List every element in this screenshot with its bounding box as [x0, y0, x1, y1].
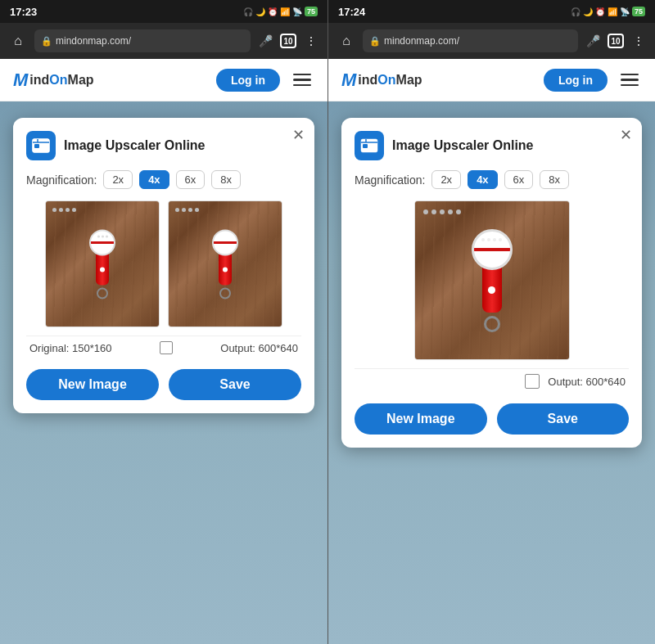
right-phone-panel: 17:24 🎧 🌙 ⏰ 📶 📡 75 ⌂ 🔒 mindonmap.com/ 🎤 …: [328, 0, 655, 644]
left-logo-text: indOnMap: [29, 73, 93, 88]
left-modal-header: Image Upscaler Online: [26, 131, 301, 160]
right-modal-card: ✕ Image Upscaler Online Magnification: 2…: [341, 118, 642, 448]
left-home-button[interactable]: ⌂: [7, 29, 29, 52]
left-mag-6x[interactable]: 6x: [176, 170, 206, 189]
right-status-icons: 🎧 🌙 ⏰ 📶 📡 75: [571, 7, 645, 16]
right-hamburger-line-2: [621, 79, 639, 81]
right-browser-bar: ⌂ 🔒 mindonmap.com/ 🎤 10 ⋮: [328, 23, 655, 59]
right-modal-header: Image Upscaler Online: [355, 131, 629, 160]
right-save-button[interactable]: Save: [497, 403, 630, 435]
right-action-row: New Image Save: [355, 403, 629, 435]
left-mag-4x[interactable]: 4x: [139, 170, 169, 189]
left-lock-icon: 🔒: [41, 36, 52, 47]
left-original-label: Original: 150*160: [29, 342, 111, 354]
left-status-icons: 🎧 🌙 ⏰ 📶 📡 75: [243, 7, 318, 16]
right-wood-bg: [415, 201, 569, 359]
right-hamburger-button[interactable]: [617, 70, 642, 90]
right-hamburger-line-1: [621, 74, 639, 76]
right-menu-button[interactable]: ⋮: [629, 31, 648, 51]
right-address-bar[interactable]: 🔒 mindonmap.com/: [363, 29, 578, 52]
right-info-row: Output: 600*640: [355, 368, 629, 394]
left-magnification-row: Magnification: 2x 4x 6x 8x: [26, 170, 301, 189]
right-headphone-icon: 🎧: [571, 7, 580, 16]
left-action-row: New Image Save: [26, 369, 301, 400]
left-modal-title: Image Upscaler Online: [64, 138, 206, 153]
left-tab-count[interactable]: 10: [280, 34, 296, 48]
left-close-button[interactable]: ✕: [292, 128, 305, 142]
right-close-button[interactable]: ✕: [620, 128, 632, 142]
right-address-text: mindonmap.com/: [384, 35, 459, 47]
right-login-button[interactable]: Log in: [544, 69, 608, 92]
signal-icon: 📡: [292, 7, 302, 16]
right-website-header: M indOnMap Log in: [328, 59, 655, 101]
left-mag-2x[interactable]: 2x: [103, 170, 133, 189]
right-logo-text: indOnMap: [358, 73, 422, 88]
hamburger-line-3: [293, 84, 311, 87]
right-time: 17:24: [338, 6, 365, 18]
right-hamburger-line-3: [621, 84, 639, 87]
right-mag-8x[interactable]: 8x: [540, 170, 569, 189]
left-checkbox[interactable]: [160, 341, 173, 354]
left-logo: M indOnMap: [13, 70, 94, 91]
right-signal-icon: 📡: [620, 7, 630, 16]
right-output-image: [414, 200, 570, 360]
left-website-header: M indOnMap Log in: [0, 59, 328, 101]
right-home-button[interactable]: ⌂: [335, 29, 358, 52]
wifi-icon: 📶: [280, 7, 290, 16]
right-mag-6x[interactable]: 6x: [504, 170, 534, 189]
headphone-icon: 🎧: [243, 7, 253, 16]
left-original-image: [45, 200, 160, 327]
right-mag-4x[interactable]: 4x: [468, 170, 497, 189]
right-output-label: Output: 600*640: [548, 376, 626, 388]
left-mag-8x[interactable]: 8x: [211, 170, 241, 189]
right-logo-m: M: [341, 70, 356, 91]
right-mag-2x[interactable]: 2x: [431, 170, 461, 189]
left-login-button[interactable]: Log in: [216, 69, 280, 92]
right-lock-icon: 🔒: [369, 36, 381, 47]
left-battery: 75: [305, 7, 318, 16]
left-output-image: [168, 200, 282, 327]
left-new-image-button[interactable]: New Image: [26, 369, 159, 400]
right-wifi-icon: 📶: [608, 7, 617, 16]
left-logo-m: M: [13, 70, 28, 91]
left-mag-label: Magnification:: [26, 173, 97, 187]
right-alarm-icon: ⏰: [595, 7, 605, 16]
svg-rect-2: [34, 144, 39, 148]
right-magnification-row: Magnification: 2x 4x 6x 8x: [355, 170, 629, 189]
alarm-icon: ⏰: [268, 7, 278, 16]
right-mic-button[interactable]: 🎤: [583, 31, 603, 51]
right-moon-icon: 🌙: [583, 7, 593, 16]
right-status-bar: 17:24 🎧 🌙 ⏰ 📶 📡 75: [328, 0, 655, 23]
left-modal-icon: [26, 131, 56, 160]
left-address-bar[interactable]: 🔒 mindonmap.com/: [34, 29, 251, 52]
right-modal-title: Image Upscaler Online: [392, 138, 534, 153]
moon-icon: 🌙: [255, 7, 265, 16]
left-status-bar: 17:23 🎧 🌙 ⏰ 📶 📡 75: [0, 0, 328, 23]
left-header-right: Log in: [216, 69, 314, 92]
left-menu-button[interactable]: ⋮: [301, 31, 321, 51]
left-images-row: [26, 200, 301, 327]
left-browser-bar: ⌂ 🔒 mindonmap.com/ 🎤 10 ⋮: [0, 23, 328, 59]
right-header-right: Log in: [544, 69, 642, 92]
left-page-bg: ✕ Image Upscaler Online Magnification: 2…: [0, 101, 328, 430]
svg-rect-4: [363, 144, 368, 148]
hamburger-line-2: [293, 79, 311, 81]
left-original-wood: [46, 201, 159, 327]
left-output-label: Output: 600*640: [220, 342, 298, 354]
left-modal-card: ✕ Image Upscaler Online Magnification: 2…: [13, 118, 314, 413]
right-checkbox[interactable]: [525, 374, 540, 389]
left-time: 17:23: [10, 6, 37, 18]
left-save-button[interactable]: Save: [169, 369, 301, 400]
left-info-row: Original: 150*160 Output: 600*640: [26, 336, 301, 359]
left-mic-button[interactable]: 🎤: [255, 31, 275, 51]
left-address-text: mindonmap.com/: [56, 35, 131, 47]
hamburger-line-1: [293, 74, 311, 76]
right-tab-count[interactable]: 10: [608, 34, 624, 48]
right-page-bg: ✕ Image Upscaler Online Magnification: 2…: [328, 101, 655, 464]
right-mag-label: Magnification:: [355, 173, 425, 187]
left-hamburger-button[interactable]: [290, 70, 314, 90]
right-modal-icon: [355, 131, 384, 160]
left-output-wood: [169, 201, 282, 327]
right-new-image-button[interactable]: New Image: [355, 403, 487, 435]
right-logo: M indOnMap: [341, 70, 422, 91]
